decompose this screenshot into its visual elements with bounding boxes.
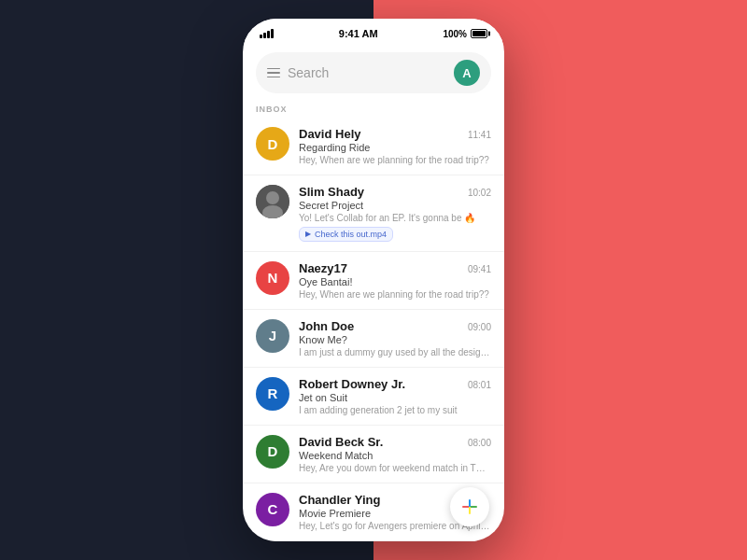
list-item[interactable]: J John Doe 09:00 Know Me? I am just a du… bbox=[243, 310, 504, 368]
message-time: 08:01 bbox=[468, 380, 491, 390]
plus-icon bbox=[460, 497, 479, 516]
avatar: D bbox=[256, 127, 289, 161]
message-subject: Weekend Match bbox=[299, 450, 491, 461]
avatar: D bbox=[256, 435, 289, 469]
battery-percentage: 100% bbox=[443, 29, 467, 39]
battery-icon bbox=[471, 29, 487, 38]
message-time: 09:00 bbox=[468, 322, 491, 332]
search-input[interactable]: Search bbox=[288, 65, 446, 80]
message-time: 08:00 bbox=[468, 438, 491, 448]
sender-name: Chandler Ying bbox=[299, 493, 380, 507]
message-content: Naezy17 09:41 Oye Bantai! Hey, When are … bbox=[299, 261, 491, 300]
message-content: Robert Downey Jr. 08:01 Jet on Suit I am… bbox=[299, 377, 491, 415]
sender-name: John Doe bbox=[299, 319, 354, 333]
message-subject: Jet on Suit bbox=[299, 392, 491, 403]
sender-name: David Beck Sr. bbox=[299, 435, 383, 449]
message-time: 10:02 bbox=[468, 188, 491, 198]
sender-name: Naezy17 bbox=[299, 261, 347, 275]
avatar: N bbox=[256, 261, 289, 295]
phone-frame: 9:41 AM 100% Search A INBOX D David Hely bbox=[243, 19, 504, 541]
avatar bbox=[256, 185, 289, 218]
list-item[interactable]: N Naezy17 09:41 Oye Bantai! Hey, When ar… bbox=[243, 252, 504, 310]
message-preview: Hey, Are you down for weekend match in T… bbox=[299, 463, 491, 473]
message-content: Slim Shady 10:02 Secret Project Yo! Let'… bbox=[299, 185, 491, 242]
list-item[interactable]: R Robert Downey Jr. 08:01 Jet on Suit I … bbox=[243, 368, 504, 426]
svg-point-1 bbox=[266, 191, 279, 204]
compose-button[interactable] bbox=[450, 487, 489, 526]
message-content: David Beck Sr. 08:00 Weekend Match Hey, … bbox=[299, 435, 491, 473]
message-preview: I am just a dummy guy used by all the de… bbox=[299, 347, 491, 357]
sender-name: Robert Downey Jr. bbox=[299, 377, 405, 391]
avatar: R bbox=[256, 377, 289, 411]
search-bar[interactable]: Search A bbox=[256, 52, 491, 93]
message-subject: Regarding Ride bbox=[299, 142, 491, 153]
message-preview: Hey, When are we planning for the road t… bbox=[299, 155, 491, 165]
sender-name: Slim Shady bbox=[299, 185, 364, 199]
sender-name: David Hely bbox=[299, 127, 360, 141]
message-subject: Know Me? bbox=[299, 334, 491, 345]
attachment-chip: ▶ Check this out.mp4 bbox=[299, 227, 393, 242]
message-preview: Hey, When are we planning for the road t… bbox=[299, 289, 491, 300]
message-content: David Hely 11:41 Regarding Ride Hey, Whe… bbox=[299, 127, 491, 165]
message-preview: I am adding generation 2 jet to my suit bbox=[299, 405, 491, 415]
status-bar: 9:41 AM 100% bbox=[243, 19, 504, 45]
status-right: 100% bbox=[443, 29, 487, 39]
attachment-name: Check this out.mp4 bbox=[315, 230, 387, 239]
message-time: 09:41 bbox=[468, 264, 491, 274]
message-list: D David Hely 11:41 Regarding Ride Hey, W… bbox=[243, 118, 504, 541]
list-item[interactable]: D David Beck Sr. 08:00 Weekend Match Hey… bbox=[243, 426, 504, 483]
avatar: C bbox=[256, 493, 289, 526]
inbox-label: INBOX bbox=[243, 99, 504, 118]
list-item[interactable]: D David Hely 11:41 Regarding Ride Hey, W… bbox=[243, 118, 504, 175]
attachment-icon: ▶ bbox=[305, 230, 311, 238]
message-time: 11:41 bbox=[468, 130, 491, 140]
message-subject: Secret Project bbox=[299, 200, 491, 211]
signal-icon bbox=[260, 29, 274, 38]
avatar: J bbox=[256, 319, 289, 353]
message-preview: Yo! Let's Collab for an EP. It's gonna b… bbox=[299, 213, 491, 223]
message-content: John Doe 09:00 Know Me? I am just a dumm… bbox=[299, 319, 491, 357]
list-item[interactable]: Slim Shady 10:02 Secret Project Yo! Let'… bbox=[243, 175, 504, 252]
status-time: 9:41 AM bbox=[339, 28, 378, 39]
hamburger-icon[interactable] bbox=[267, 68, 280, 78]
message-subject: Oye Bantai! bbox=[299, 276, 491, 287]
user-avatar[interactable]: A bbox=[454, 60, 480, 86]
